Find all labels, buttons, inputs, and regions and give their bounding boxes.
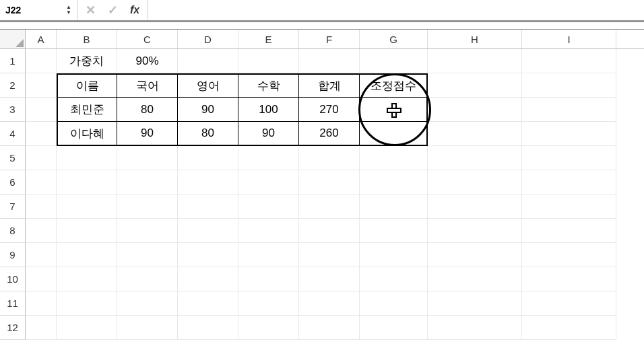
cell-G11[interactable]: [360, 291, 428, 316]
cell-A1[interactable]: [26, 49, 57, 73]
cell-H12[interactable]: [428, 316, 522, 340]
cell-D2[interactable]: 영어: [178, 73, 238, 98]
cell-D3[interactable]: 90: [178, 98, 238, 122]
cell-A3[interactable]: [26, 98, 57, 122]
col-header-F[interactable]: F: [299, 30, 360, 48]
cell-H10[interactable]: [428, 267, 522, 291]
col-header-H[interactable]: H: [428, 30, 522, 48]
row-header-7[interactable]: 7: [0, 195, 26, 219]
cell-B2[interactable]: 이름: [57, 73, 117, 98]
col-header-D[interactable]: D: [178, 30, 238, 48]
cell-F5[interactable]: [299, 146, 360, 170]
row-header-4[interactable]: 4: [0, 122, 26, 146]
row-header-3[interactable]: 3: [0, 98, 26, 122]
cell-D10[interactable]: [178, 267, 238, 291]
row-header-9[interactable]: 9: [0, 243, 26, 267]
row-header-8[interactable]: 8: [0, 219, 26, 243]
cell-H8[interactable]: [428, 219, 522, 243]
cell-I6[interactable]: [522, 170, 616, 195]
cell-C5[interactable]: [117, 146, 178, 170]
row-header-11[interactable]: 11: [0, 291, 26, 316]
cell-B10[interactable]: [57, 267, 117, 291]
cell-I11[interactable]: [522, 291, 616, 316]
cell-A4[interactable]: [26, 122, 57, 146]
cell-I10[interactable]: [522, 267, 616, 291]
cancel-icon[interactable]: ✕: [86, 3, 96, 18]
name-box-stepper[interactable]: ▲ ▼: [66, 5, 71, 15]
cell-E4[interactable]: 90: [238, 122, 299, 146]
cell-F1[interactable]: [299, 49, 360, 73]
cell-A8[interactable]: [26, 219, 57, 243]
cell-C8[interactable]: [117, 219, 178, 243]
cell-C9[interactable]: [117, 243, 178, 267]
cell-F12[interactable]: [299, 316, 360, 340]
cell-A5[interactable]: [26, 146, 57, 170]
cell-D5[interactable]: [178, 146, 238, 170]
row-header-6[interactable]: 6: [0, 170, 26, 195]
cell-D12[interactable]: [178, 316, 238, 340]
cell-C7[interactable]: [117, 195, 178, 219]
cell-I5[interactable]: [522, 146, 616, 170]
cell-F9[interactable]: [299, 243, 360, 267]
cell-B4[interactable]: 이다혜: [57, 122, 117, 146]
fx-icon[interactable]: fx: [130, 4, 139, 16]
col-header-A[interactable]: A: [26, 30, 57, 48]
cell-H7[interactable]: [428, 195, 522, 219]
cell-E7[interactable]: [238, 195, 299, 219]
stepper-down-icon[interactable]: ▼: [66, 10, 71, 15]
cell-B7[interactable]: [57, 195, 117, 219]
cell-G1[interactable]: [360, 49, 428, 73]
cell-D6[interactable]: [178, 170, 238, 195]
col-header-B[interactable]: B: [57, 30, 117, 48]
cell-E11[interactable]: [238, 291, 299, 316]
cell-B8[interactable]: [57, 219, 117, 243]
row-header-1[interactable]: 1: [0, 49, 26, 73]
cell-A9[interactable]: [26, 243, 57, 267]
cell-F3[interactable]: 270: [299, 98, 360, 122]
cell-B6[interactable]: [57, 170, 117, 195]
cell-F2[interactable]: 합계: [299, 73, 360, 98]
cell-E10[interactable]: [238, 267, 299, 291]
cell-G12[interactable]: [360, 316, 428, 340]
cell-A11[interactable]: [26, 291, 57, 316]
cell-I4[interactable]: [522, 122, 616, 146]
cell-G2[interactable]: 조정점수: [360, 73, 428, 98]
cell-I3[interactable]: [522, 98, 616, 122]
row-header-12[interactable]: 12: [0, 316, 26, 340]
cell-I9[interactable]: [522, 243, 616, 267]
cell-H11[interactable]: [428, 291, 522, 316]
formula-input[interactable]: [148, 0, 644, 20]
col-header-I[interactable]: I: [522, 30, 616, 48]
name-box[interactable]: J22 ▲ ▼: [0, 0, 77, 20]
cell-I8[interactable]: [522, 219, 616, 243]
cell-E12[interactable]: [238, 316, 299, 340]
cell-H1[interactable]: [428, 49, 522, 73]
cell-D8[interactable]: [178, 219, 238, 243]
cell-H5[interactable]: [428, 146, 522, 170]
cell-H4[interactable]: [428, 122, 522, 146]
cell-C10[interactable]: [117, 267, 178, 291]
cell-I2[interactable]: [522, 73, 616, 98]
cell-D9[interactable]: [178, 243, 238, 267]
cell-B9[interactable]: [57, 243, 117, 267]
cell-F7[interactable]: [299, 195, 360, 219]
cell-E9[interactable]: [238, 243, 299, 267]
cell-D11[interactable]: [178, 291, 238, 316]
accept-icon[interactable]: ✓: [108, 3, 118, 18]
cell-E3[interactable]: 100: [238, 98, 299, 122]
cell-A6[interactable]: [26, 170, 57, 195]
cell-G10[interactable]: [360, 267, 428, 291]
cell-G7[interactable]: [360, 195, 428, 219]
cell-G4[interactable]: [360, 122, 428, 146]
cell-G6[interactable]: [360, 170, 428, 195]
cell-I7[interactable]: [522, 195, 616, 219]
cell-B12[interactable]: [57, 316, 117, 340]
select-all-corner[interactable]: [0, 30, 26, 48]
row-header-5[interactable]: 5: [0, 146, 26, 170]
row-header-10[interactable]: 10: [0, 267, 26, 291]
cell-H3[interactable]: [428, 98, 522, 122]
cell-F4[interactable]: 260: [299, 122, 360, 146]
cell-C12[interactable]: [117, 316, 178, 340]
cell-H6[interactable]: [428, 170, 522, 195]
cell-C6[interactable]: [117, 170, 178, 195]
